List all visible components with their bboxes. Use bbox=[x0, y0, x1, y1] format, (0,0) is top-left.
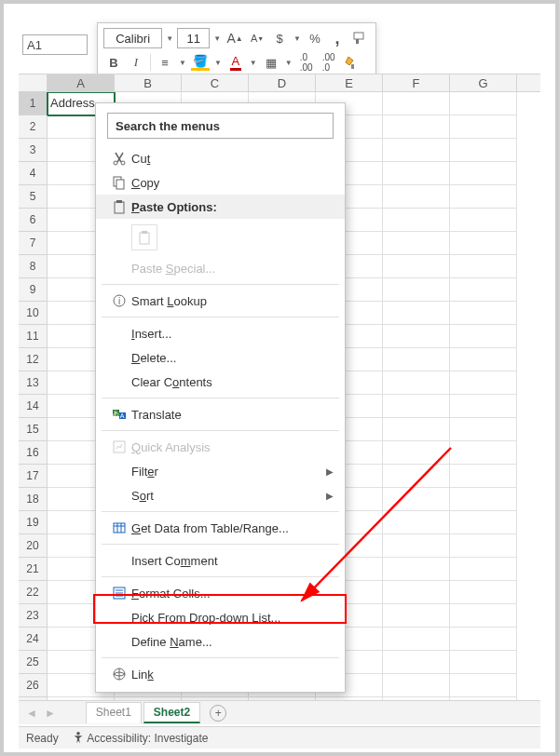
cell[interactable] bbox=[383, 348, 450, 371]
column-header-D[interactable]: D bbox=[249, 74, 316, 91]
row-header[interactable]: 9 bbox=[19, 278, 48, 302]
cell[interactable] bbox=[383, 511, 450, 534]
cell[interactable] bbox=[383, 115, 450, 139]
cell[interactable] bbox=[383, 558, 450, 581]
chevron-down-icon[interactable]: ▼ bbox=[283, 59, 294, 67]
cell[interactable] bbox=[383, 255, 450, 278]
currency-button[interactable]: $ bbox=[269, 28, 290, 48]
row-header[interactable]: 10 bbox=[19, 302, 48, 325]
cell[interactable] bbox=[383, 604, 450, 628]
cell[interactable] bbox=[450, 558, 517, 581]
align-button[interactable]: ≡ bbox=[155, 52, 175, 73]
column-header-G[interactable]: G bbox=[450, 74, 517, 91]
row-header[interactable]: 5 bbox=[19, 185, 48, 209]
cell[interactable] bbox=[450, 465, 517, 488]
cell[interactable] bbox=[450, 581, 517, 604]
row-header[interactable]: 13 bbox=[19, 371, 48, 395]
increase-decimal-icon[interactable]: .0.00 bbox=[296, 52, 317, 73]
cell[interactable] bbox=[450, 278, 517, 302]
cell[interactable] bbox=[450, 209, 517, 232]
menu-item-get-data-from-table-range[interactable]: Get Data from Table/Range... bbox=[96, 516, 345, 540]
row-header[interactable]: 1 bbox=[19, 92, 48, 115]
menu-item-insert-comment[interactable]: Insert Comment bbox=[96, 548, 345, 573]
format-painter-icon[interactable] bbox=[349, 28, 370, 48]
cell[interactable] bbox=[450, 162, 517, 185]
add-sheet-button[interactable]: + bbox=[210, 705, 226, 722]
cell[interactable] bbox=[383, 628, 450, 651]
row-header[interactable]: 14 bbox=[19, 395, 48, 418]
fill-color-button[interactable]: 🪣 bbox=[190, 52, 211, 73]
row-header[interactable]: 8 bbox=[19, 255, 48, 278]
row-header[interactable]: 17 bbox=[19, 465, 48, 488]
cell[interactable] bbox=[383, 465, 450, 488]
cell[interactable] bbox=[450, 92, 517, 115]
cell[interactable] bbox=[383, 418, 450, 441]
menu-item-pick-from-drop-down-list[interactable]: Pick From Drop-down List... bbox=[96, 605, 345, 629]
font-color-button[interactable]: A bbox=[225, 52, 246, 73]
row-header[interactable]: 11 bbox=[19, 325, 48, 348]
cell[interactable] bbox=[450, 325, 517, 348]
cell[interactable] bbox=[450, 488, 517, 511]
chevron-down-icon[interactable]: ▼ bbox=[164, 34, 175, 43]
menu-item-translate[interactable]: あATranslate bbox=[96, 402, 345, 426]
decrease-decimal-icon[interactable]: .00.0 bbox=[319, 52, 339, 73]
chevron-down-icon[interactable]: ▼ bbox=[292, 34, 303, 43]
accessibility-status[interactable]: Accessibility: Investigate bbox=[72, 731, 209, 745]
sheet-tab-sheet1[interactable]: Sheet1 bbox=[86, 702, 142, 723]
row-header[interactable]: 21 bbox=[19, 558, 48, 581]
row-header[interactable]: 3 bbox=[19, 139, 48, 162]
menu-item-format-cells[interactable]: Format Cells... bbox=[96, 581, 345, 605]
menu-item-filter[interactable]: Filter▶ bbox=[96, 459, 345, 483]
menu-item-link[interactable]: Link bbox=[96, 662, 345, 686]
cell[interactable] bbox=[450, 534, 517, 558]
menu-item-insert[interactable]: Insert... bbox=[96, 321, 345, 345]
cell[interactable] bbox=[450, 371, 517, 395]
cell[interactable] bbox=[450, 115, 517, 139]
cell[interactable] bbox=[383, 162, 450, 185]
cell[interactable] bbox=[450, 418, 517, 441]
row-header[interactable]: 26 bbox=[19, 674, 48, 697]
row-header[interactable]: 15 bbox=[19, 418, 48, 441]
row-header[interactable]: 24 bbox=[19, 628, 48, 651]
sheet-tab-sheet2[interactable]: Sheet2 bbox=[143, 702, 200, 723]
cell[interactable] bbox=[383, 534, 450, 558]
row-header[interactable]: 18 bbox=[19, 488, 48, 511]
column-header-E[interactable]: E bbox=[316, 74, 383, 91]
row-header[interactable]: 6 bbox=[19, 209, 48, 232]
font-size-select[interactable]: 11 bbox=[177, 28, 210, 48]
row-header[interactable]: 25 bbox=[19, 651, 48, 674]
cell[interactable] bbox=[383, 581, 450, 604]
cell[interactable] bbox=[383, 209, 450, 232]
cell[interactable] bbox=[450, 604, 517, 628]
decrease-font-icon[interactable]: A▼ bbox=[247, 28, 267, 48]
row-header[interactable]: 16 bbox=[19, 441, 48, 465]
row-header[interactable]: 20 bbox=[19, 534, 48, 558]
borders-button[interactable]: ▦ bbox=[261, 52, 281, 73]
column-header-B[interactable]: B bbox=[115, 74, 182, 91]
menu-item-copy[interactable]: Copy bbox=[96, 170, 345, 195]
row-header[interactable]: 23 bbox=[19, 604, 48, 628]
cell[interactable] bbox=[450, 348, 517, 371]
cell[interactable] bbox=[383, 302, 450, 325]
cell[interactable] bbox=[450, 302, 517, 325]
menu-item-define-name[interactable]: Define Name... bbox=[96, 629, 345, 654]
sheet-nav-prev[interactable]: ◄ bbox=[26, 707, 41, 720]
cell[interactable] bbox=[383, 232, 450, 255]
cell[interactable] bbox=[450, 139, 517, 162]
cell[interactable] bbox=[450, 651, 517, 674]
column-header-F[interactable]: F bbox=[383, 74, 450, 91]
paste-default-button[interactable] bbox=[131, 224, 157, 250]
chevron-down-icon[interactable]: ▼ bbox=[212, 59, 224, 67]
cell[interactable] bbox=[383, 325, 450, 348]
menu-search-input[interactable]: Search the menus bbox=[107, 113, 334, 139]
cell[interactable] bbox=[450, 628, 517, 651]
cell[interactable] bbox=[450, 441, 517, 465]
column-header-C[interactable]: C bbox=[182, 74, 249, 91]
column-header-A[interactable]: A bbox=[48, 74, 115, 91]
row-header[interactable]: 12 bbox=[19, 348, 48, 371]
cell[interactable] bbox=[383, 651, 450, 674]
comma-button[interactable]: , bbox=[327, 28, 348, 48]
sheet-nav-next[interactable]: ► bbox=[45, 707, 60, 720]
chevron-down-icon[interactable]: ▼ bbox=[211, 34, 223, 43]
cell[interactable] bbox=[450, 395, 517, 418]
